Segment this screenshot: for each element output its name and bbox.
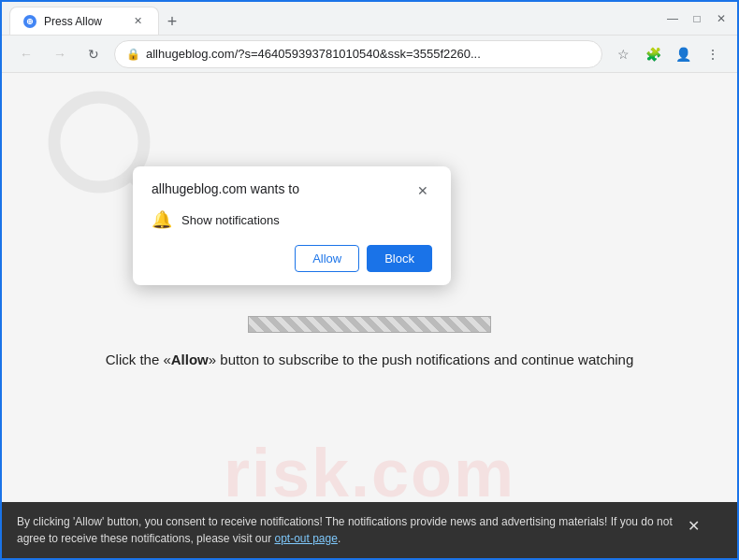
notif-dialog-title: allhugeblog.com wants to xyxy=(152,181,299,196)
browser-tab[interactable]: ⊕ Press Allow ✕ xyxy=(9,7,159,35)
minimize-button[interactable]: — xyxy=(664,12,681,25)
risk-watermark: risk.com xyxy=(224,435,515,511)
progress-bar xyxy=(248,316,491,333)
notification-dialog: allhugeblog.com wants to ✕ 🔔 Show notifi… xyxy=(133,166,451,285)
close-window-button[interactable]: ✕ xyxy=(713,12,730,25)
lock-icon: 🔒 xyxy=(126,48,140,61)
notif-permission-text: Show notifications xyxy=(181,213,280,227)
window-controls: — □ ✕ xyxy=(664,12,730,25)
address-bar: ← → ↻ 🔒 allhugeblog.com/?s=4640593937810… xyxy=(2,36,737,73)
opt-out-link[interactable]: opt-out page xyxy=(274,532,337,545)
tab-close-button[interactable]: ✕ xyxy=(130,14,145,29)
tab-title: Press Allow xyxy=(44,15,123,28)
title-bar: ⊕ Press Allow ✕ + — □ ✕ xyxy=(2,2,737,36)
progress-bar-wrap xyxy=(248,316,491,333)
address-input-wrap[interactable]: 🔒 allhugeblog.com/?s=464059393781010540&… xyxy=(114,40,602,68)
bell-icon: 🔔 xyxy=(152,209,172,230)
profile-icon[interactable]: 👤 xyxy=(670,41,696,67)
star-icon[interactable]: ☆ xyxy=(610,41,636,67)
tab-favicon: ⊕ xyxy=(23,15,36,28)
page-main-text: Click the «Allow» button to subscribe to… xyxy=(2,344,737,375)
new-tab-button[interactable]: + xyxy=(159,8,185,35)
page-content: Click the «Allow» button to subscribe to… xyxy=(2,73,737,558)
address-text: allhugeblog.com/?s=464059393781010540&ss… xyxy=(146,47,590,61)
notif-dialog-close-button[interactable]: ✕ xyxy=(413,181,432,200)
extensions-icon[interactable]: 🧩 xyxy=(640,41,666,67)
allow-text-bold: Allow xyxy=(171,352,209,367)
consent-bar-text: By clicking 'Allow' button, you consent … xyxy=(17,513,678,547)
notif-dialog-buttons: Allow Block xyxy=(152,245,432,272)
back-button[interactable]: ← xyxy=(13,41,39,67)
forward-button[interactable]: → xyxy=(47,41,73,67)
notif-dialog-header: allhugeblog.com wants to ✕ xyxy=(152,181,432,200)
notif-permission-row: 🔔 Show notifications xyxy=(152,209,432,230)
tab-area: ⊕ Press Allow ✕ + xyxy=(9,2,659,35)
menu-icon[interactable]: ⋮ xyxy=(700,41,726,67)
refresh-button[interactable]: ↻ xyxy=(80,41,107,67)
allow-button[interactable]: Allow xyxy=(295,245,359,272)
consent-bar: By clicking 'Allow' button, you consent … xyxy=(2,502,737,558)
browser-window: ⊕ Press Allow ✕ + — □ ✕ ← → ↻ 🔒 allhugeb… xyxy=(0,0,739,560)
address-actions: ☆ 🧩 👤 ⋮ xyxy=(610,41,726,67)
consent-bar-close-button[interactable]: ✕ xyxy=(688,515,700,538)
consent-bar-message: By clicking 'Allow' button, you consent … xyxy=(17,515,673,545)
block-button[interactable]: Block xyxy=(367,245,432,272)
maximize-button[interactable]: □ xyxy=(688,12,705,25)
